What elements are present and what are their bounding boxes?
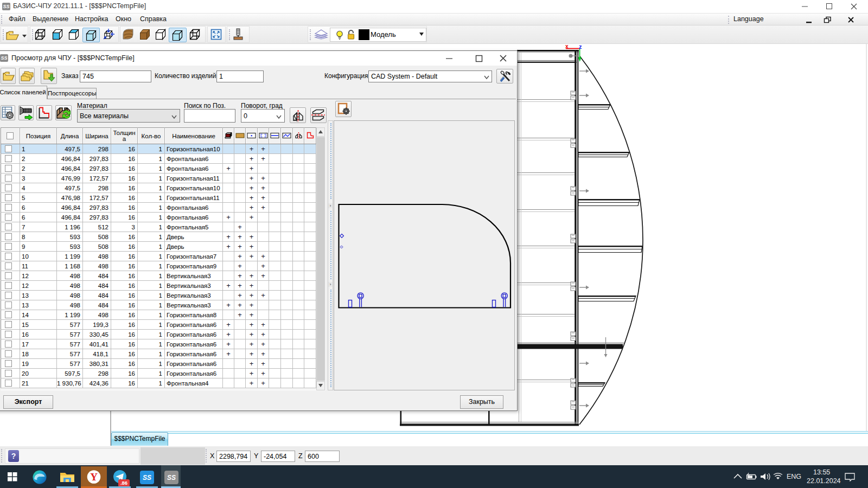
svg-text:Y: Y <box>90 471 98 483</box>
svg-text:SS: SS <box>3 4 9 9</box>
svg-text:SS: SS <box>143 474 151 481</box>
svg-text:SS: SS <box>167 474 176 481</box>
svg-text:SS: SS <box>1 55 7 61</box>
